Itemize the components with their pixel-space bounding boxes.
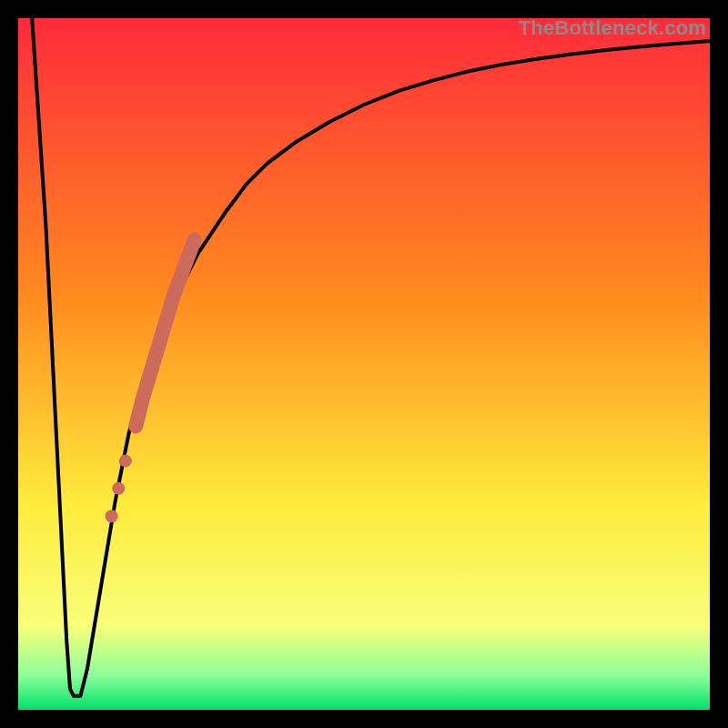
bottleneck-chart xyxy=(18,18,710,710)
heat-gradient xyxy=(18,18,710,710)
chart-frame: TheBottleneck.com xyxy=(18,18,710,710)
highlight-dot xyxy=(106,510,118,522)
watermark-label: TheBottleneck.com xyxy=(519,16,706,40)
highlight-dot xyxy=(119,454,132,467)
highlight-dot xyxy=(112,482,125,495)
